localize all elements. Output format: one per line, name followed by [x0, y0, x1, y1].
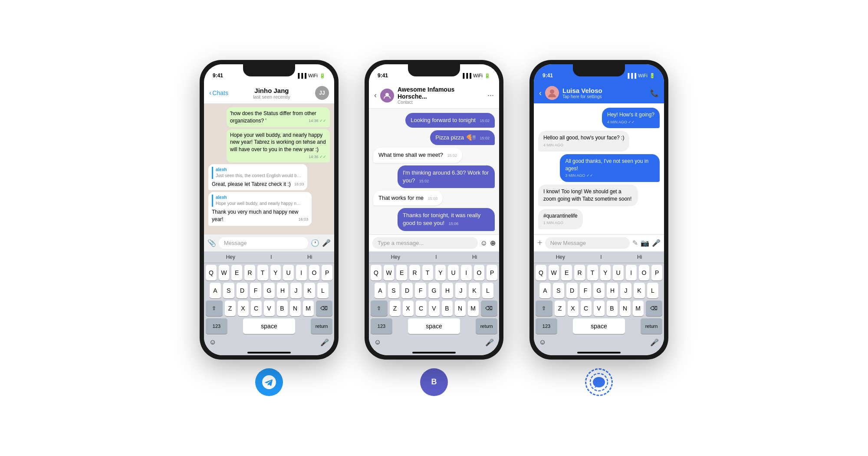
phone2-message-input[interactable]: Type a message...	[372, 237, 478, 249]
key-f[interactable]: F	[250, 283, 261, 298]
key3-o[interactable]: O	[639, 265, 650, 281]
key2-f[interactable]: F	[415, 283, 426, 298]
key2-shift[interactable]: ⇧	[371, 301, 387, 316]
key-v[interactable]: V	[264, 301, 275, 316]
key-y[interactable]: Y	[270, 265, 281, 281]
key-q[interactable]: Q	[206, 265, 217, 281]
key3-x[interactable]: X	[568, 301, 579, 316]
key-space[interactable]: space	[243, 318, 295, 334]
key2-y[interactable]: Y	[435, 265, 446, 281]
phone2-emoji-icon[interactable]: ☺	[480, 239, 487, 247]
phone2-back-button[interactable]: ‹	[374, 91, 377, 100]
key-p[interactable]: P	[322, 265, 332, 281]
phone3-plus-icon[interactable]: +	[537, 238, 542, 248]
key-z[interactable]: Z	[225, 301, 236, 316]
phone3-suggestion-hi[interactable]: Hi	[637, 254, 642, 260]
key2-h[interactable]: H	[442, 283, 453, 298]
key3-d[interactable]: D	[566, 283, 578, 298]
key3-z[interactable]: Z	[555, 301, 566, 316]
key3-k[interactable]: K	[634, 283, 645, 298]
key-b[interactable]: B	[277, 301, 288, 316]
key3-123[interactable]: 123	[536, 318, 557, 334]
key-123[interactable]: 123	[206, 318, 227, 334]
key-n[interactable]: N	[290, 301, 301, 316]
key2-d[interactable]: D	[401, 283, 413, 298]
key3-s[interactable]: S	[553, 283, 564, 298]
key3-i[interactable]: I	[626, 265, 637, 281]
key3-shift[interactable]: ⇧	[536, 301, 552, 316]
phone3-sticker-icon[interactable]: ✎	[632, 239, 638, 247]
key2-e[interactable]: E	[396, 265, 407, 281]
phone1-emoji-icon[interactable]: 🕐	[311, 239, 319, 247]
phone3-suggestion-i[interactable]: I	[600, 254, 602, 260]
phone1-mic-key[interactable]: 🎤	[320, 338, 329, 347]
phone1-message-input[interactable]: Message	[219, 237, 308, 249]
key3-c[interactable]: C	[581, 301, 592, 316]
key2-v[interactable]: V	[429, 301, 440, 316]
phone1-suggestion-i[interactable]: I	[270, 254, 272, 260]
key-r[interactable]: R	[244, 265, 255, 281]
key-t[interactable]: T	[257, 265, 268, 281]
key-j[interactable]: J	[290, 283, 302, 298]
key3-space[interactable]: space	[573, 318, 625, 334]
phone3-suggestion-hey[interactable]: Hey	[556, 254, 565, 260]
key2-return[interactable]: return	[476, 318, 497, 334]
phone1-mic-icon[interactable]: 🎤	[322, 239, 331, 247]
phone1-attach-icon[interactable]: 📎	[207, 239, 216, 247]
key3-r[interactable]: R	[574, 265, 585, 281]
key3-y[interactable]: Y	[600, 265, 611, 281]
key-return[interactable]: return	[311, 318, 332, 334]
key3-u[interactable]: U	[613, 265, 624, 281]
phone3-mic-key[interactable]: 🎤	[650, 338, 659, 347]
key2-l[interactable]: L	[482, 283, 493, 298]
key3-return[interactable]: return	[641, 318, 662, 334]
phone2-plus-icon[interactable]: ⊕	[490, 239, 496, 247]
key2-s[interactable]: S	[388, 283, 399, 298]
phone3-camera-icon[interactable]: 📷	[641, 239, 649, 247]
key3-f[interactable]: F	[580, 283, 591, 298]
key2-delete[interactable]: ⌫	[481, 301, 497, 316]
key2-p[interactable]: P	[487, 265, 497, 281]
key3-t[interactable]: T	[587, 265, 598, 281]
phone3-back-button[interactable]: ‹	[539, 89, 542, 98]
key3-v[interactable]: V	[594, 301, 605, 316]
key3-a[interactable]: A	[539, 283, 551, 298]
key2-u[interactable]: U	[448, 265, 459, 281]
key-i[interactable]: I	[296, 265, 307, 281]
key3-w[interactable]: W	[549, 265, 559, 281]
phone3-message-input[interactable]: New Message	[545, 237, 630, 249]
key-s[interactable]: S	[223, 283, 234, 298]
key2-o[interactable]: O	[474, 265, 485, 281]
key3-p[interactable]: P	[651, 265, 662, 281]
key2-r[interactable]: R	[409, 265, 420, 281]
phone3-call-button[interactable]: 📞	[650, 89, 659, 97]
key-o[interactable]: O	[309, 265, 320, 281]
phone2-mic-key[interactable]: 🎤	[485, 338, 494, 347]
phone2-suggestion-i[interactable]: I	[435, 254, 437, 260]
key2-w[interactable]: W	[384, 265, 395, 281]
key2-b[interactable]: B	[442, 301, 453, 316]
key2-t[interactable]: T	[422, 265, 433, 281]
key2-z[interactable]: Z	[390, 301, 401, 316]
key3-h[interactable]: H	[607, 283, 618, 298]
key3-q[interactable]: Q	[536, 265, 546, 281]
key3-b[interactable]: B	[607, 301, 618, 316]
key-e[interactable]: E	[231, 265, 242, 281]
key-m[interactable]: M	[303, 301, 314, 316]
key2-a[interactable]: A	[375, 283, 386, 298]
key2-g[interactable]: G	[428, 283, 440, 298]
key-u[interactable]: U	[283, 265, 294, 281]
key3-g[interactable]: G	[593, 283, 605, 298]
key-x[interactable]: X	[238, 301, 249, 316]
phone2-emoji-key[interactable]: ☺	[374, 338, 381, 347]
phone1-suggestion-hey[interactable]: Hey	[226, 254, 235, 260]
key2-j[interactable]: J	[455, 283, 467, 298]
key3-l[interactable]: L	[647, 283, 658, 298]
phone1-avatar[interactable]: JJ	[315, 86, 329, 100]
key-h[interactable]: H	[277, 283, 288, 298]
phone2-suggestion-hey[interactable]: Hey	[391, 254, 400, 260]
phone1-back-label[interactable]: Chats	[212, 89, 228, 96]
key-d[interactable]: D	[237, 283, 248, 298]
key2-space[interactable]: space	[408, 318, 460, 334]
key-w[interactable]: W	[219, 265, 230, 281]
